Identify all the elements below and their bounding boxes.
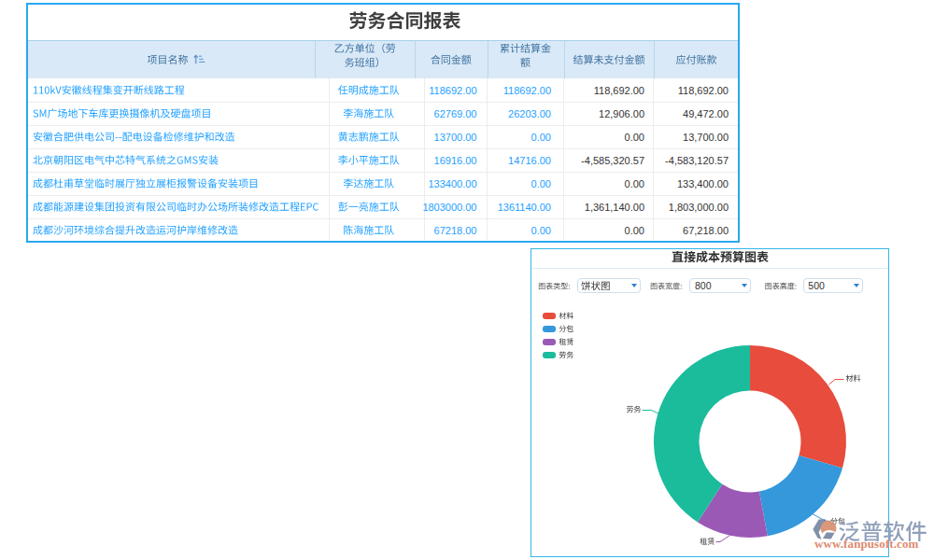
svg-text:67218.00: 67218.00	[434, 225, 477, 236]
svg-text:1361140.00: 1361140.00	[498, 202, 551, 213]
svg-text:13,700.00: 13,700.00	[683, 132, 729, 143]
svg-text:118,692.00: 118,692.00	[594, 85, 644, 96]
svg-text:118692.00: 118692.00	[429, 85, 476, 96]
svg-text:118692.00: 118692.00	[503, 85, 551, 96]
svg-text:16916.00: 16916.00	[434, 155, 477, 166]
svg-text:0.00: 0.00	[625, 132, 644, 143]
svg-text:-4,583,120.57: -4,583,120.57	[665, 155, 729, 166]
svg-text:133,400.00: 133,400.00	[677, 178, 729, 189]
svg-text:118,692.00: 118,692.00	[678, 85, 729, 96]
svg-text:133400.00: 133400.00	[429, 178, 477, 189]
svg-text:26203.00: 26203.00	[508, 108, 551, 119]
svg-text:1,361,140.00: 1,361,140.00	[585, 202, 644, 213]
svg-text:www.fanpusoft.com: www.fanpusoft.com	[814, 537, 919, 551]
svg-text:0.00: 0.00	[531, 178, 551, 189]
svg-text:500: 500	[808, 280, 825, 291]
svg-text:0.00: 0.00	[625, 178, 644, 189]
svg-text:0.00: 0.00	[531, 132, 551, 143]
svg-text:62769.00: 62769.00	[434, 108, 477, 119]
svg-text:13700.00: 13700.00	[434, 132, 477, 143]
svg-text:67,218.00: 67,218.00	[683, 225, 729, 236]
svg-text:0.00: 0.00	[531, 225, 551, 236]
svg-text:1803000.00: 1803000.00	[422, 202, 476, 213]
svg-text:49,472.00: 49,472.00	[683, 108, 729, 119]
svg-text:0.00: 0.00	[625, 225, 644, 236]
svg-text:1,803,000.00: 1,803,000.00	[669, 202, 729, 213]
svg-text:800: 800	[695, 280, 712, 291]
svg-text:-4,585,320.57: -4,585,320.57	[581, 155, 644, 166]
svg-text:14716.00: 14716.00	[508, 155, 551, 166]
svg-text:12,906.00: 12,906.00	[599, 108, 644, 119]
